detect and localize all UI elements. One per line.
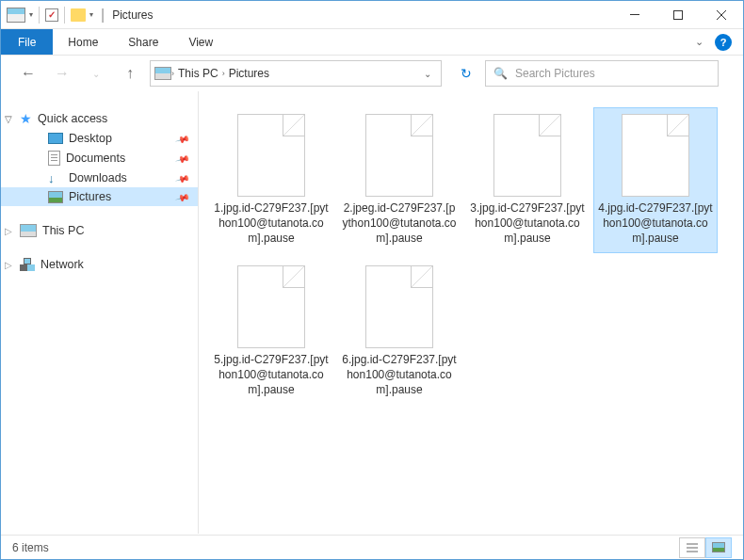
recent-dropdown-icon[interactable]: ⌄	[82, 59, 110, 88]
file-name: 2.jpeg.id-C279F237.[python100@tutanota.c…	[342, 200, 457, 247]
file-item[interactable]: 5.jpg.id-C279F237.[python100@tutanota.co…	[210, 260, 332, 404]
sidebar-label: This PC	[42, 224, 84, 237]
statusbar: 6 items	[1, 535, 743, 559]
forward-button[interactable]: →	[48, 59, 76, 88]
ribbon: File Home Share View ⌄ ?	[1, 29, 743, 56]
pin-icon: 📌	[175, 170, 190, 185]
sidebar-item-documents[interactable]: Documents 📌	[1, 148, 198, 168]
maximize-button[interactable]	[656, 1, 700, 29]
sidebar-item-label: Downloads	[69, 171, 127, 184]
svg-rect-0	[630, 14, 639, 15]
qat-dropdown-icon[interactable]: ▾	[29, 10, 33, 19]
file-item[interactable]: 3.jpg.id-C279F237.[python100@tutanota.co…	[466, 108, 589, 252]
breadcrumb-segment[interactable]: Pictures	[225, 67, 273, 80]
pin-icon: 📌	[175, 151, 190, 166]
file-list[interactable]: 1.jpg.id-C279F237.[python100@tutanota.co…	[199, 91, 743, 534]
sidebar-label: Network	[40, 258, 84, 271]
main-area: ★ Quick access Desktop 📌 Documents 📌 Dow…	[1, 91, 743, 534]
titlebar: ▾ ✓ ▾ | Pictures	[1, 1, 743, 29]
thumbnail-icon	[712, 542, 725, 552]
tab-share[interactable]: Share	[113, 31, 173, 54]
refresh-button[interactable]: ↻	[453, 60, 479, 87]
back-button[interactable]: ←	[14, 59, 42, 88]
sidebar-this-pc[interactable]: This PC	[1, 221, 198, 240]
file-name: 5.jpg.id-C279F237.[python100@tutanota.co…	[214, 352, 329, 398]
network-icon	[20, 258, 35, 271]
new-folder-icon[interactable]	[71, 8, 86, 22]
title-separator: |	[101, 7, 105, 24]
download-icon	[48, 171, 63, 184]
file-item[interactable]: 4.jpg.id-C279F237.[python100@tutanota.co…	[594, 108, 717, 252]
chevron-right-icon[interactable]	[5, 260, 16, 270]
file-icon	[365, 114, 433, 197]
sidebar-label: Quick access	[38, 112, 107, 125]
address-dropdown-icon[interactable]: ⌄	[418, 69, 437, 79]
file-icon	[493, 114, 561, 197]
file-tab[interactable]: File	[1, 29, 53, 55]
sidebar-item-desktop[interactable]: Desktop 📌	[1, 129, 198, 148]
desktop-icon	[48, 133, 63, 144]
address-bar[interactable]: › This PC › Pictures ⌄	[150, 60, 442, 87]
file-icon	[622, 114, 689, 197]
breadcrumb-label: This PC	[178, 67, 218, 80]
star-icon: ★	[20, 111, 32, 126]
window-controls	[613, 1, 743, 29]
sidebar-item-downloads[interactable]: Downloads 📌	[1, 168, 198, 187]
qat-customize-icon[interactable]: ▾	[89, 10, 93, 19]
pc-icon	[154, 67, 171, 80]
minimize-button[interactable]	[613, 1, 656, 29]
file-name: 3.jpg.id-C279F237.[python100@tutanota.co…	[470, 200, 585, 247]
icons-view-button[interactable]	[705, 537, 732, 558]
search-placeholder: Search Pictures	[515, 67, 595, 80]
quick-access-toolbar: ▾ ✓ ▾ | Pictures	[1, 7, 154, 24]
up-button[interactable]: ↑	[116, 59, 144, 88]
explorer-icon[interactable]	[7, 8, 25, 23]
qat-separator	[39, 7, 40, 24]
file-icon	[237, 114, 305, 197]
file-item[interactable]: 1.jpg.id-C279F237.[python100@tutanota.co…	[210, 108, 332, 252]
tab-home[interactable]: Home	[53, 31, 113, 54]
breadcrumb-segment[interactable]: This PC	[174, 67, 222, 80]
sidebar-network[interactable]: Network	[1, 255, 198, 274]
file-name: 4.jpg.id-C279F237.[python100@tutanota.co…	[598, 200, 713, 247]
breadcrumb-label: Pictures	[229, 67, 269, 80]
pictures-icon	[48, 191, 63, 203]
item-count: 6 items	[12, 541, 49, 554]
sidebar-item-label: Pictures	[69, 190, 111, 203]
chevron-down-icon[interactable]	[5, 114, 16, 124]
sidebar-item-label: Documents	[66, 152, 125, 165]
pin-icon: 📌	[175, 189, 190, 204]
help-icon[interactable]: ?	[715, 34, 732, 51]
search-input[interactable]: 🔍 Search Pictures	[485, 60, 719, 87]
search-icon: 🔍	[493, 67, 508, 80]
qat-separator	[64, 7, 65, 24]
chevron-right-icon[interactable]	[5, 226, 16, 236]
ribbon-expand-icon[interactable]: ⌄	[695, 36, 704, 48]
file-item[interactable]: 6.jpg.id-C279F237.[python100@tutanota.co…	[338, 260, 461, 404]
file-icon	[365, 265, 433, 348]
pin-icon: 📌	[175, 131, 190, 146]
window-title: Pictures	[112, 8, 153, 22]
svg-rect-1	[674, 10, 683, 19]
details-view-button[interactable]	[679, 537, 705, 558]
file-icon	[237, 265, 305, 348]
file-name: 6.jpg.id-C279F237.[python100@tutanota.co…	[342, 352, 457, 398]
sidebar-item-pictures[interactable]: Pictures 📌	[1, 187, 198, 206]
sidebar-quick-access[interactable]: ★ Quick access	[1, 108, 198, 129]
address-row: ← → ⌄ ↑ › This PC › Pictures ⌄ ↻ 🔍 Searc…	[1, 56, 743, 91]
view-toggles	[679, 537, 732, 558]
close-button[interactable]	[700, 1, 743, 29]
tab-view[interactable]: View	[173, 31, 228, 54]
pc-icon	[20, 224, 37, 237]
sidebar-item-label: Desktop	[69, 132, 112, 145]
document-icon	[48, 151, 60, 166]
properties-icon[interactable]: ✓	[45, 8, 58, 22]
file-name: 1.jpg.id-C279F237.[python100@tutanota.co…	[214, 200, 329, 247]
navigation-pane: ★ Quick access Desktop 📌 Documents 📌 Dow…	[1, 91, 199, 534]
file-item[interactable]: 2.jpeg.id-C279F237.[python100@tutanota.c…	[338, 108, 461, 252]
